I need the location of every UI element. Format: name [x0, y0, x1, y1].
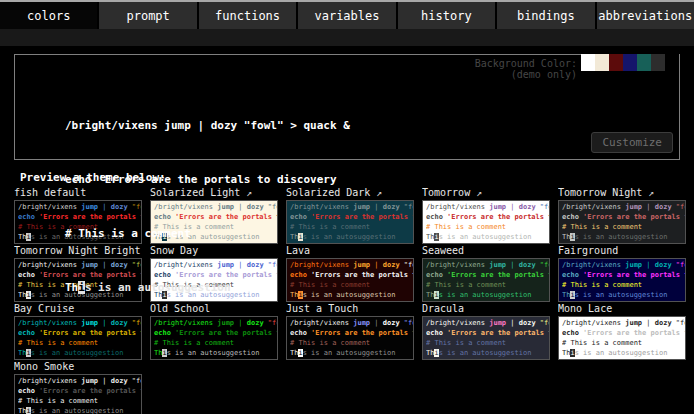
tab-history[interactable]: history — [398, 2, 495, 29]
mini-line-command: /bright/vixens jump | dozy "fowl" > quac… — [426, 318, 549, 328]
mini-line-command: /bright/vixens jump | dozy "fowl" > quac… — [426, 260, 549, 270]
terminal-line-4: This is an autosuggestion — [65, 279, 350, 297]
theme-card-dracula[interactable]: Dracula/bright/vixens jump | dozy "fowl"… — [422, 303, 550, 360]
mini-line-string: echo 'Errors are the portals to discover… — [18, 386, 141, 396]
mini-line-command: /bright/vixens jump | dozy "fowl" > quac… — [18, 376, 141, 386]
theme-card-tomorrow[interactable]: Tomorrow ↗/bright/vixens jump | dozy "fo… — [422, 187, 550, 244]
bg-swatches — [581, 54, 679, 71]
bg-swatch-2[interactable] — [609, 54, 623, 71]
mini-line-autosuggestion: This is an autosuggestion — [426, 290, 549, 300]
text-cursor: i — [78, 281, 85, 294]
tab-strip — [0, 29, 694, 46]
external-link-icon[interactable]: ↗ — [642, 187, 654, 198]
mini-line-autosuggestion: This is an autosuggestion — [18, 406, 141, 414]
mini-line-comment: # This is a comment — [426, 222, 549, 232]
mini-line-string: echo 'Errors are the portals to discover… — [426, 212, 549, 222]
mini-line-string: echo 'Errors are the portals to discover… — [426, 328, 549, 338]
theme-mini-terminal: /bright/vixens jump | dozy "fowl" > quac… — [558, 200, 686, 244]
mini-line-comment: # This is a comment — [562, 338, 685, 348]
mini-line-autosuggestion: This is an autosuggestion — [426, 232, 549, 242]
bg-swatch-5[interactable] — [651, 54, 665, 71]
mini-line-autosuggestion: This is an autosuggestion — [426, 348, 549, 358]
theme-mini-terminal: /bright/vixens jump | dozy "fowl" > quac… — [14, 374, 142, 414]
theme-title: Mono Smoke — [14, 361, 142, 373]
tab-abbreviations[interactable]: abbreviations — [597, 2, 694, 29]
theme-title: Tomorrow Night ↗ — [558, 187, 686, 199]
tab-variables[interactable]: variables — [298, 2, 395, 29]
theme-card-fairground[interactable]: Fairground/bright/vixens jump | dozy "fo… — [558, 245, 686, 302]
tab-bar: colorspromptfunctionsvariableshistorybin… — [0, 2, 694, 29]
theme-title: Seaweed — [422, 245, 550, 257]
mini-line-autosuggestion: This is an autosuggestion — [562, 232, 685, 242]
mini-line-command: /bright/vixens jump | dozy "fowl" > quac… — [426, 202, 549, 212]
terminal-line-3: # This is a comment — [65, 225, 350, 243]
customize-button[interactable]: Customize — [591, 132, 673, 153]
tab-functions[interactable]: functions — [199, 2, 296, 29]
theme-mini-terminal: /bright/vixens jump | dozy "fowl" > quac… — [558, 258, 686, 302]
bg-swatch-0[interactable] — [581, 54, 595, 71]
background-color-label: Background Color: (demo only) — [475, 58, 577, 80]
background-color-label-line1: Background Color: — [475, 58, 577, 69]
theme-title: Mono Lace — [558, 303, 686, 315]
mini-line-autosuggestion: This is an autosuggestion — [562, 290, 685, 300]
bg-swatch-4[interactable] — [637, 54, 651, 71]
mini-line-autosuggestion: This is an autosuggestion — [154, 348, 277, 358]
theme-title: Fairground — [558, 245, 686, 257]
background-color-label-line2: (demo only) — [475, 69, 577, 80]
mini-line-string: echo 'Errors are the portals to discover… — [562, 328, 685, 338]
typed-text: Th — [65, 281, 78, 294]
theme-title: Tomorrow ↗ — [422, 187, 550, 199]
terminal-preview: /bright/vixens jump | dozy "fowl" > quac… — [65, 81, 350, 333]
theme-mini-terminal: /bright/vixens jump | dozy "fowl" > quac… — [422, 258, 550, 302]
bg-swatch-6[interactable] — [665, 54, 679, 71]
mini-line-autosuggestion: This is an autosuggestion — [290, 348, 413, 358]
bg-swatch-3[interactable] — [623, 54, 637, 71]
color-preview-panel: Background Color: (demo only) /bright/vi… — [14, 54, 680, 160]
mini-line-comment: # This is a comment — [426, 280, 549, 290]
theme-card-seaweed[interactable]: Seaweed/bright/vixens jump | dozy "fowl"… — [422, 245, 550, 302]
theme-title: Dracula — [422, 303, 550, 315]
autosuggestion-text: s is an autosuggestion — [85, 281, 231, 294]
theme-card-mono-smoke[interactable]: Mono Smoke/bright/vixens jump | dozy "fo… — [14, 361, 142, 414]
terminal-line-2: echo 'Errors are the portals to discover… — [65, 171, 350, 189]
theme-mini-terminal: /bright/vixens jump | dozy "fowl" > quac… — [422, 316, 550, 360]
terminal-line-1: /bright/vixens jump | dozy "fowl" > quac… — [65, 117, 350, 135]
mini-line-comment: # This is a comment — [562, 280, 685, 290]
mini-line-string: echo 'Errors are the portals to discover… — [562, 212, 685, 222]
mini-line-comment: # This is a comment — [18, 396, 141, 406]
mini-line-comment: # This is a comment — [18, 338, 141, 348]
tab-colors[interactable]: colors — [0, 2, 97, 29]
mini-line-autosuggestion: This is an autosuggestion — [18, 348, 141, 358]
mini-line-comment: # This is a comment — [426, 338, 549, 348]
theme-card-mono-lace[interactable]: Mono Lace/bright/vixens jump | dozy "fow… — [558, 303, 686, 360]
tab-prompt[interactable]: prompt — [99, 2, 196, 29]
mini-line-comment: # This is a comment — [154, 338, 277, 348]
mini-line-command: /bright/vixens jump | dozy "fowl" > quac… — [562, 202, 685, 212]
mini-line-command: /bright/vixens jump | dozy "fowl" > quac… — [562, 318, 685, 328]
mini-line-string: echo 'Errors are the portals to discover… — [562, 270, 685, 280]
external-link-icon[interactable]: ↗ — [370, 187, 382, 198]
mini-line-command: /bright/vixens jump | dozy "fowl" > quac… — [562, 260, 685, 270]
mini-line-string: echo 'Errors are the portals to discover… — [426, 270, 549, 280]
mini-line-comment: # This is a comment — [562, 222, 685, 232]
theme-mini-terminal: /bright/vixens jump | dozy "fowl" > quac… — [558, 316, 686, 360]
tab-bindings[interactable]: bindings — [497, 2, 594, 29]
mini-line-comment: # This is a comment — [290, 338, 413, 348]
theme-card-tomorrow-night[interactable]: Tomorrow Night ↗/bright/vixens jump | do… — [558, 187, 686, 244]
mini-line-autosuggestion: This is an autosuggestion — [562, 348, 685, 358]
external-link-icon[interactable]: ↗ — [470, 187, 482, 198]
theme-mini-terminal: /bright/vixens jump | dozy "fowl" > quac… — [422, 200, 550, 244]
bg-swatch-1[interactable] — [595, 54, 609, 71]
